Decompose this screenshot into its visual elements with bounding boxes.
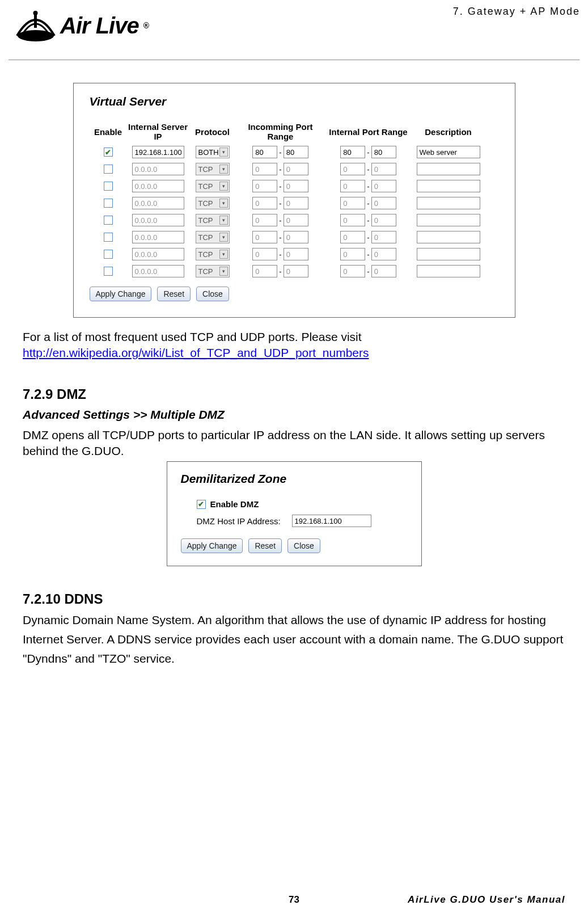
dash-separator: - (279, 216, 281, 225)
incoming-port-to-input[interactable] (284, 180, 308, 192)
dmz-panel: Demilitarized Zone ✔ Enable DMZ DMZ Host… (167, 461, 422, 566)
enable-checkbox[interactable] (104, 199, 113, 208)
internal-port-to-input[interactable] (371, 146, 396, 158)
incoming-port-from-input[interactable] (252, 265, 277, 277)
internal-ip-input[interactable] (132, 214, 184, 226)
dmz-ip-input[interactable] (292, 515, 371, 527)
dash-separator: - (279, 165, 281, 174)
incoming-port-to-input[interactable] (284, 265, 308, 277)
description-input[interactable] (417, 146, 480, 158)
incoming-port-to-input[interactable] (284, 248, 308, 260)
incoming-port-to-input[interactable] (284, 146, 308, 158)
incoming-port-from-input[interactable] (252, 197, 277, 209)
protocol-select[interactable]: TCP▾ (196, 197, 230, 209)
dmz-close-button[interactable]: Close (287, 538, 320, 553)
incoming-port-from-input[interactable] (252, 146, 277, 158)
internal-port-to-input[interactable] (371, 180, 396, 192)
header-ip: Internal Server IP (127, 122, 189, 141)
dash-separator: - (279, 182, 281, 191)
ddns-heading: 7.2.10 DDNS (23, 591, 565, 607)
dmz-reset-button[interactable]: Reset (248, 538, 282, 553)
protocol-select[interactable]: TCP▾ (196, 163, 230, 175)
wikipedia-ports-link[interactable]: http://en.wikipedia.org/wiki/List_of_TCP… (23, 346, 369, 359)
internal-port-from-input[interactable] (340, 163, 365, 175)
internal-port-to-input[interactable] (371, 265, 396, 277)
dash-separator: - (367, 216, 369, 225)
virtual-server-row: TCP▾-- (90, 197, 499, 209)
ports-note: For a list of most frequent used TCP and… (23, 329, 565, 361)
description-input[interactable] (417, 180, 480, 192)
internal-ip-input[interactable] (132, 180, 184, 192)
protocol-select[interactable]: TCP▾ (196, 180, 230, 192)
incoming-port-from-input[interactable] (252, 248, 277, 260)
internal-ip-input[interactable] (132, 231, 184, 243)
header-divider (9, 60, 579, 60)
internal-port-to-input[interactable] (371, 214, 396, 226)
svg-rect-1 (34, 14, 37, 28)
incoming-port-from-input[interactable] (252, 180, 277, 192)
description-input[interactable] (417, 214, 480, 226)
dmz-apply-button[interactable]: Apply Change (181, 538, 243, 553)
internal-port-from-input[interactable] (340, 146, 365, 158)
internal-port-to-input[interactable] (371, 163, 396, 175)
internal-ip-input[interactable] (132, 197, 184, 209)
internal-ip-input[interactable] (132, 248, 184, 260)
virtual-server-headers: Enable Internal Server IP Protocol Incom… (90, 122, 499, 141)
dash-separator: - (367, 182, 369, 191)
virtual-server-row: TCP▾-- (90, 163, 499, 175)
virtual-server-row: TCP▾-- (90, 265, 499, 277)
apply-change-button[interactable]: Apply Change (90, 287, 152, 301)
enable-checkbox[interactable] (104, 182, 113, 191)
close-button[interactable]: Close (196, 287, 229, 301)
footer-manual-title: AirLive G.DUO User's Manual (408, 894, 565, 906)
internal-port-from-input[interactable] (340, 231, 365, 243)
internal-port-to-input[interactable] (371, 197, 396, 209)
header-enable: Enable (90, 127, 127, 137)
description-input[interactable] (417, 197, 480, 209)
protocol-select[interactable]: BOTH▾ (196, 146, 230, 158)
internal-port-to-input[interactable] (371, 231, 396, 243)
incoming-port-to-input[interactable] (284, 197, 308, 209)
internal-port-from-input[interactable] (340, 248, 365, 260)
incoming-port-from-input[interactable] (252, 163, 277, 175)
dash-separator: - (367, 233, 369, 242)
enable-checkbox[interactable] (104, 250, 113, 259)
incoming-port-to-input[interactable] (284, 214, 308, 226)
airlive-logo: Air Live® (16, 9, 149, 43)
internal-port-from-input[interactable] (340, 180, 365, 192)
description-input[interactable] (417, 248, 480, 260)
internal-ip-input[interactable] (132, 146, 184, 158)
description-input[interactable] (417, 231, 480, 243)
enable-checkbox[interactable] (104, 267, 113, 276)
internal-port-from-input[interactable] (340, 214, 365, 226)
protocol-select[interactable]: TCP▾ (196, 265, 230, 277)
dash-separator: - (367, 165, 369, 174)
internal-port-to-input[interactable] (371, 248, 396, 260)
chevron-down-icon: ▾ (219, 267, 228, 276)
protocol-select[interactable]: TCP▾ (196, 214, 230, 226)
incoming-port-from-input[interactable] (252, 214, 277, 226)
description-input[interactable] (417, 163, 480, 175)
internal-port-from-input[interactable] (340, 197, 365, 209)
dmz-ip-label: DMZ Host IP Address: (197, 516, 281, 526)
enable-checkbox[interactable] (104, 233, 113, 242)
enable-checkbox[interactable] (104, 165, 113, 174)
internal-ip-input[interactable] (132, 163, 184, 175)
internal-port-from-input[interactable] (340, 265, 365, 277)
dash-separator: - (279, 233, 281, 242)
incoming-port-to-input[interactable] (284, 231, 308, 243)
virtual-server-row: TCP▾-- (90, 231, 499, 243)
description-input[interactable] (417, 265, 480, 277)
enable-dmz-checkbox[interactable]: ✔ (197, 500, 206, 509)
incoming-port-from-input[interactable] (252, 231, 277, 243)
header-incoming-port: Incomming Port Range (236, 122, 325, 141)
protocol-select[interactable]: TCP▾ (196, 248, 230, 260)
reset-button[interactable]: Reset (157, 287, 191, 301)
protocol-select[interactable]: TCP▾ (196, 231, 230, 243)
chevron-down-icon: ▾ (219, 250, 228, 259)
internal-ip-input[interactable] (132, 265, 184, 277)
header-protocol: Protocol (189, 127, 236, 137)
incoming-port-to-input[interactable] (284, 163, 308, 175)
enable-checkbox[interactable]: ✔ (104, 148, 113, 157)
enable-checkbox[interactable] (104, 216, 113, 225)
